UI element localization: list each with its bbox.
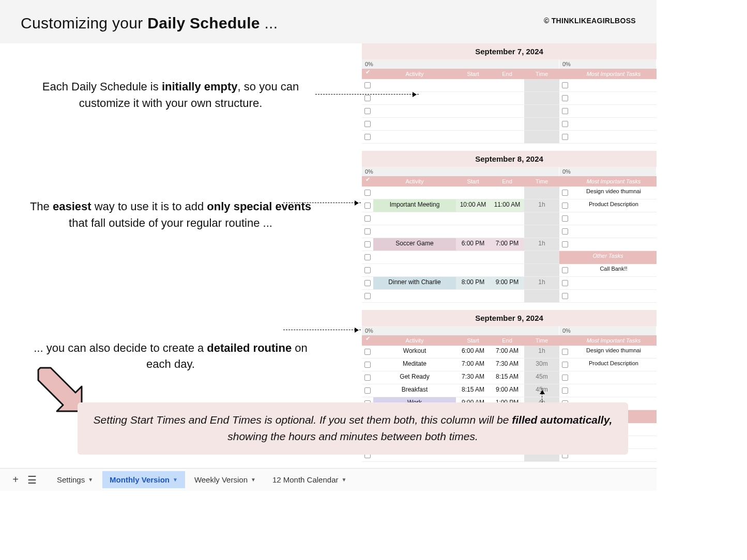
task-cell[interactable] <box>571 212 657 225</box>
end-cell[interactable] <box>490 225 524 238</box>
checkbox-cell[interactable] <box>362 105 373 118</box>
tab-monthly[interactable]: Monthly Version ▼ <box>102 471 185 488</box>
activity-cell[interactable] <box>373 118 456 131</box>
task-cell[interactable]: Product Description <box>571 199 657 212</box>
task-cell[interactable]: Design video thumnai <box>571 186 657 199</box>
activity-cell[interactable] <box>373 92 456 105</box>
checkbox-cell[interactable] <box>362 92 373 105</box>
task-cell[interactable]: Design video thumnai <box>571 346 657 359</box>
activity-cell[interactable]: Meditate <box>373 359 456 371</box>
start-cell[interactable]: 8:15 AM <box>456 384 490 397</box>
start-cell[interactable]: 6:00 PM <box>456 238 490 251</box>
task-checkbox-cell[interactable] <box>559 131 571 144</box>
end-cell[interactable] <box>490 186 524 199</box>
start-cell[interactable] <box>456 118 490 131</box>
end-cell[interactable] <box>490 79 524 92</box>
start-cell[interactable] <box>456 131 490 144</box>
task-cell[interactable] <box>571 225 657 238</box>
start-cell[interactable]: 6:00 AM <box>456 346 490 359</box>
task-cell[interactable]: Call Bank!! <box>571 264 657 277</box>
end-cell[interactable] <box>490 118 524 131</box>
start-cell[interactable] <box>456 225 490 238</box>
end-cell[interactable]: 7:00 AM <box>490 346 524 359</box>
end-cell[interactable] <box>490 264 524 277</box>
task-cell[interactable] <box>571 118 657 131</box>
task-checkbox-cell[interactable] <box>559 384 571 397</box>
checkbox-cell[interactable] <box>362 346 373 359</box>
task-checkbox-cell[interactable] <box>559 346 571 359</box>
end-cell[interactable] <box>490 290 524 303</box>
task-checkbox-cell[interactable] <box>559 118 571 131</box>
add-sheet-icon[interactable]: + <box>8 474 23 486</box>
task-checkbox-cell[interactable] <box>559 238 571 251</box>
activity-cell[interactable] <box>373 212 456 225</box>
task-cell[interactable] <box>571 290 657 303</box>
task-cell[interactable] <box>571 371 657 384</box>
activity-cell[interactable] <box>373 251 456 264</box>
task-cell[interactable] <box>571 105 657 118</box>
task-checkbox-cell[interactable] <box>559 264 571 277</box>
activity-cell[interactable] <box>373 105 456 118</box>
checkbox-cell[interactable] <box>362 131 373 144</box>
end-cell[interactable] <box>490 131 524 144</box>
checkbox-cell[interactable] <box>362 277 373 290</box>
tab-year[interactable]: 12 Month Calendar ▼ <box>265 471 354 488</box>
checkbox-cell[interactable] <box>362 371 373 384</box>
end-cell[interactable]: 11:00 AM <box>490 199 524 212</box>
checkbox-cell[interactable] <box>362 79 373 92</box>
start-cell[interactable] <box>456 264 490 277</box>
tab-settings[interactable]: Settings ▼ <box>50 471 100 488</box>
activity-cell[interactable]: Dinner with Charlie <box>373 277 456 290</box>
end-cell[interactable] <box>490 212 524 225</box>
checkbox-cell[interactable] <box>362 251 373 264</box>
start-cell[interactable] <box>456 251 490 264</box>
end-cell[interactable]: 9:00 PM <box>490 277 524 290</box>
checkbox-cell[interactable] <box>362 238 373 251</box>
task-cell[interactable] <box>571 79 657 92</box>
checkbox-cell[interactable] <box>362 225 373 238</box>
activity-cell[interactable] <box>373 186 456 199</box>
start-cell[interactable]: 7:30 AM <box>456 371 490 384</box>
task-checkbox-cell[interactable] <box>559 79 571 92</box>
end-cell[interactable]: 8:15 AM <box>490 371 524 384</box>
end-cell[interactable]: 7:30 AM <box>490 359 524 371</box>
start-cell[interactable]: 7:00 AM <box>456 359 490 371</box>
task-checkbox-cell[interactable] <box>559 225 571 238</box>
task-checkbox-cell[interactable] <box>559 92 571 105</box>
task-cell[interactable] <box>571 238 657 251</box>
activity-cell[interactable] <box>373 79 456 92</box>
checkbox-cell[interactable] <box>362 199 373 212</box>
start-cell[interactable]: 8:00 PM <box>456 277 490 290</box>
activity-cell[interactable] <box>373 264 456 277</box>
end-cell[interactable]: 9:00 AM <box>490 384 524 397</box>
activity-cell[interactable]: Soccer Game <box>373 238 456 251</box>
task-cell[interactable]: Product Description <box>571 359 657 371</box>
task-checkbox-cell[interactable] <box>559 277 571 290</box>
checkbox-cell[interactable] <box>362 264 373 277</box>
activity-cell[interactable]: Important Meeting <box>373 199 456 212</box>
task-cell[interactable] <box>571 92 657 105</box>
task-checkbox-cell[interactable] <box>559 186 571 199</box>
end-cell[interactable] <box>490 251 524 264</box>
task-checkbox-cell[interactable] <box>559 371 571 384</box>
start-cell[interactable] <box>456 186 490 199</box>
activity-cell[interactable]: Breakfast <box>373 384 456 397</box>
task-checkbox-cell[interactable] <box>559 105 571 118</box>
start-cell[interactable] <box>456 92 490 105</box>
all-sheets-icon[interactable]: ☰ <box>25 474 39 486</box>
task-checkbox-cell[interactable] <box>559 199 571 212</box>
checkbox-cell[interactable] <box>362 118 373 131</box>
task-cell[interactable] <box>571 384 657 397</box>
task-cell[interactable] <box>571 131 657 144</box>
activity-cell[interactable] <box>373 131 456 144</box>
start-cell[interactable] <box>456 212 490 225</box>
start-cell[interactable] <box>456 105 490 118</box>
task-checkbox-cell[interactable] <box>559 359 571 371</box>
checkbox-cell[interactable] <box>362 186 373 199</box>
task-checkbox-cell[interactable] <box>559 212 571 225</box>
checkbox-cell[interactable] <box>362 384 373 397</box>
activity-cell[interactable]: Get Ready <box>373 371 456 384</box>
end-cell[interactable] <box>490 105 524 118</box>
start-cell[interactable]: 10:00 AM <box>456 199 490 212</box>
activity-cell[interactable] <box>373 225 456 238</box>
